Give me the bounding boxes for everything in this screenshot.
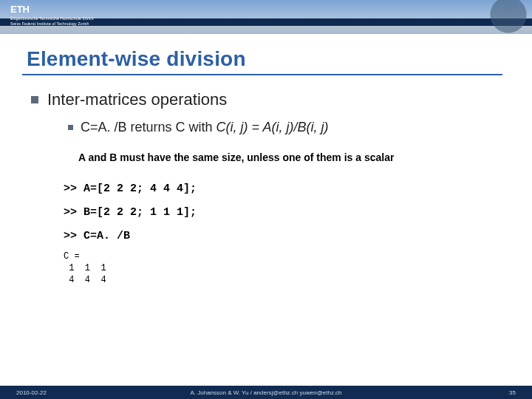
code-line-3: >> C=A. /B	[64, 230, 130, 242]
bullet-level2: C=A. /B returns C with C(i, j) = A(i, j)…	[68, 120, 505, 135]
slide: ETH Eidgenössische Technische Hochschule…	[0, 0, 532, 399]
square-bullet-icon	[68, 125, 73, 130]
code-output: C = 1 1 1 4 4 4	[64, 250, 505, 287]
footer-page-number: 35	[509, 389, 516, 396]
footer-bar: 2010-02-22 A. Johansson & W. Yu / anders…	[0, 386, 532, 399]
title-underline	[22, 74, 502, 75]
bullet-level2-prefix: C=A. /B returns C with	[81, 120, 216, 134]
footer-date: 2010-02-22	[16, 389, 47, 396]
square-bullet-icon	[31, 96, 38, 103]
eth-logo: ETH	[10, 4, 44, 15]
header-banner: ETH Eidgenössische Technische Hochschule…	[0, 0, 532, 34]
code-line-1: >> A=[2 2 2; 4 4 4];	[64, 183, 197, 195]
bullet-level1-text: Inter-matrices operations	[47, 90, 227, 109]
bullet-level2-text: C=A. /B returns C with C(i, j) = A(i, j)…	[81, 120, 328, 135]
slide-title: Element-wise division	[27, 47, 505, 71]
code-line-2: >> B=[2 2 2; 1 1 1];	[64, 206, 197, 219]
eth-logo-text: ETH	[10, 4, 30, 15]
dome-silhouette	[443, 0, 532, 34]
bullet-level2-formula: C(i, j) = A(i, j)/B(i, j)	[216, 120, 329, 134]
footer-credits: A. Johansson & W. Yu / andersj@ethz.ch y…	[0, 389, 532, 396]
content-area: Element-wise division Inter-matrices ope…	[0, 34, 532, 287]
eth-subline-en: Swiss Federal Institute of Technology Zu…	[10, 21, 89, 26]
eth-subline-de: Eidgenössische Technische Hochschule Zür…	[10, 16, 94, 21]
code-block: >> A=[2 2 2; 4 4 4]; >> B=[2 2 2; 1 1 1]…	[64, 183, 505, 243]
bullet-level1: Inter-matrices operations	[31, 90, 505, 109]
size-note: A and B must have the same size, unless …	[78, 151, 505, 163]
